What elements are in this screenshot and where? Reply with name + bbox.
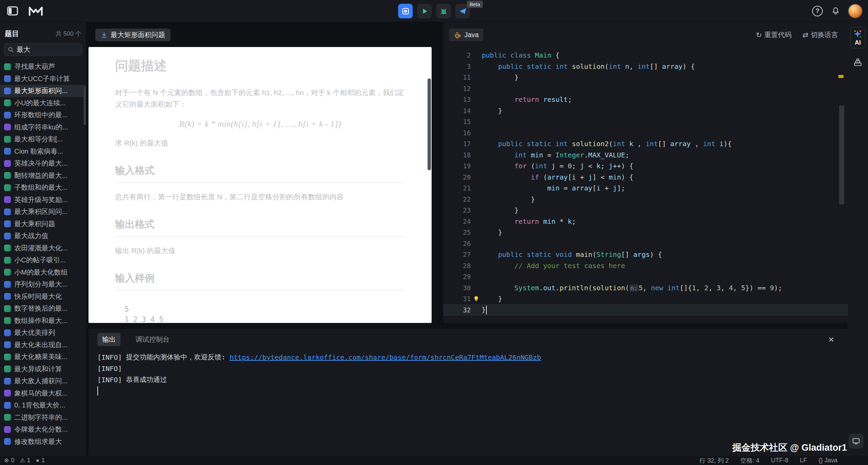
problem-list-item[interactable]: 英雄决斗的最大... [0,157,86,170]
problem-list-item[interactable]: 最大化未出现自... [0,339,86,351]
problem-list-item[interactable]: 寻找最大葫芦 [0,61,86,73]
code-line[interactable]: 23 } [444,205,848,216]
problem-list-item[interactable]: 最大相等分割[... [0,133,86,145]
problem-list-item[interactable]: 最大矩形面积问... [0,85,86,97]
problem-list-item[interactable]: 0, 1背包最大价... [0,399,86,412]
code-line[interactable]: 14 } [444,105,848,117]
problem-list-item[interactable]: 令牌最大化分数... [0,423,86,436]
console-link[interactable]: https://bytedance.larkoffice.com/share/b… [229,353,541,361]
code-line[interactable]: 26 [444,238,848,249]
problem-list-item[interactable]: 最大敌人捕获问... [0,375,86,387]
line-number[interactable]: 22 [444,196,471,203]
problem-list-item[interactable]: 翻转增益的最大... [0,170,86,182]
code-line[interactable]: 31 } [444,293,848,305]
line-number[interactable]: 29 [444,273,471,280]
line-number[interactable]: 11 [444,74,471,81]
lightbulb-icon[interactable] [471,295,482,303]
line-number[interactable]: 20 [444,173,471,181]
code-line[interactable]: 24 return min * k; [444,216,848,227]
code-line[interactable]: 13 return result; [444,94,848,105]
doc-scrollbar[interactable] [428,78,431,170]
status-segment[interactable]: {} Java [819,457,837,464]
debug-button[interactable] [436,4,451,18]
line-number[interactable]: 3 [444,63,471,70]
code-line[interactable]: 27 public static void main(String[] args… [444,249,848,260]
code-line[interactable]: 11 } [444,72,848,83]
problem-list-item[interactable]: 最大乘积区间问... [0,206,86,218]
problem-list-item[interactable]: 最大战力值 [0,230,86,242]
code-line[interactable]: 30 System.out.println(solution(n:5, new … [444,282,848,294]
editor-scrollbar[interactable] [839,106,844,204]
code-line[interactable]: 18 int min = Integer.MAX_VALUE; [444,150,848,161]
line-number[interactable]: 18 [444,151,471,159]
device-preview-button[interactable] [849,434,864,449]
line-number[interactable]: 26 [444,240,471,247]
code-line[interactable]: 12 [444,83,848,94]
problem-list-item[interactable]: 数字替换后的最... [0,303,86,315]
status-segment[interactable]: 空格: 4 [740,456,759,465]
problem-list-item[interactable]: 最大化糖果美味... [0,351,86,363]
submit-button[interactable]: Beta [455,4,470,18]
problem-list-item[interactable]: 组成字符串ku的... [0,121,86,134]
close-icon[interactable]: × [829,335,834,344]
code-line[interactable]: 20 if (array[i + j] < min) { [444,172,848,183]
help-button[interactable]: ? [812,6,823,16]
code-area[interactable]: 2public class Main {3 public static int … [444,50,848,323]
line-number[interactable]: 28 [444,262,471,269]
line-number[interactable]: 16 [444,129,471,137]
problem-list-item[interactable]: 最大乘积问题 [0,218,86,230]
problem-list-item[interactable]: 快乐时间最大化 [0,291,86,303]
problem-list-item[interactable]: 最大优美排列 [0,327,86,339]
ai-assistant-button[interactable]: AI [850,27,865,48]
problem-list-item[interactable]: Cion 勒索病毒... [0,145,86,158]
notifications-button[interactable] [831,6,840,16]
marscode-logo[interactable] [28,5,44,16]
line-number[interactable]: 13 [444,96,471,103]
line-number[interactable]: 23 [444,206,471,214]
line-number[interactable]: 32 [444,306,471,314]
sidebar-toggle-icon[interactable] [7,6,18,16]
problem-list-item[interactable]: 象棋马的最大权... [0,387,86,400]
line-number[interactable]: 30 [444,284,471,292]
line-number[interactable]: 15 [444,118,471,125]
line-number[interactable]: 19 [444,162,471,170]
circle-cross-indicator[interactable]: ⊗0 [4,457,14,464]
problem-list-item[interactable]: 序列划分与最大... [0,278,86,291]
problem-list-item[interactable]: 小U的最大连续... [0,97,86,109]
line-number[interactable]: 31 [444,295,471,303]
circle-dot-indicator[interactable]: ●1 [36,457,45,464]
code-line[interactable]: 32} [444,305,848,316]
code-line[interactable]: 3 public static int solution(int n, int[… [444,61,848,72]
status-segment[interactable]: LF [800,457,807,464]
line-number[interactable]: 2 [444,51,471,59]
line-number[interactable]: 21 [444,184,471,192]
problem-tab[interactable]: 最大矩形面积问题 [95,29,171,41]
line-number[interactable]: 25 [444,229,471,236]
problem-list-item[interactable]: 子数组和的最大... [0,182,86,194]
line-number[interactable]: 14 [444,107,471,114]
run-button[interactable] [417,4,432,18]
reset-code-button[interactable]: ↻ 重置代码 [756,30,792,40]
code-line[interactable]: 2public class Main { [444,50,848,61]
sidebar-scrollbar[interactable] [84,87,86,125]
workspace-button[interactable] [398,4,413,18]
search-input[interactable] [17,46,78,53]
code-line[interactable]: 29 [444,271,848,282]
tab-debug-console[interactable]: 调试控制台 [131,333,174,346]
code-line[interactable]: 25 } [444,227,848,238]
status-segment[interactable]: 行 32, 列 2 [700,456,729,465]
problem-list-item[interactable]: 数组操作和最大... [0,315,86,327]
problem-list-item[interactable]: 最大UCC子串计算 [0,73,86,85]
switch-language-button[interactable]: ⇄ 切换语言 [802,30,838,40]
code-line[interactable]: 15 [444,116,848,127]
line-number[interactable]: 27 [444,251,471,258]
user-avatar[interactable] [849,4,862,18]
code-line[interactable]: 19 for (int j = 0; j < k; j++) { [444,160,848,172]
code-line[interactable]: 17 public static int solution2(int k , i… [444,138,848,150]
tab-output[interactable]: 输出 [97,333,120,346]
code-line[interactable]: 22 } [444,194,848,205]
code-line[interactable]: 16 [444,127,848,139]
language-tab-java[interactable]: Java [449,29,483,41]
problem-list-item[interactable]: 小M的最大化数组 [0,266,86,279]
line-number[interactable]: 12 [444,85,471,92]
